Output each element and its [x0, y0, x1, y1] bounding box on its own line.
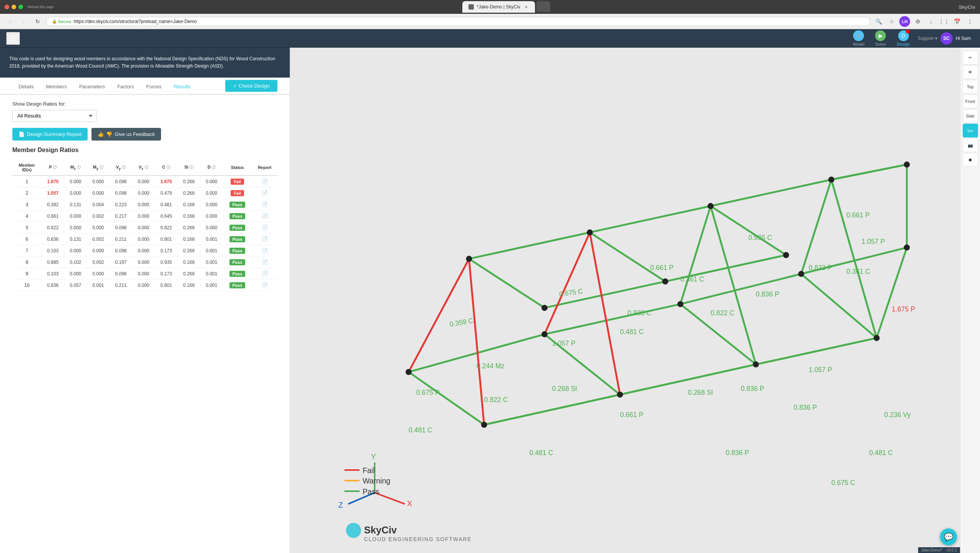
new-tab-btn[interactable] — [537, 1, 550, 12]
svg-text:CLOUD ENGINEERING SOFTWARE: CLOUD ENGINEERING SOFTWARE — [364, 536, 472, 542]
cell-my: 0.000 — [87, 176, 110, 187]
nav-design[interactable]: D Design — [892, 29, 914, 48]
report-doc-icon[interactable]: 📄 — [262, 179, 268, 184]
svg-text:0.361 C: 0.361 C — [680, 275, 704, 283]
svg-text:Y: Y — [371, 452, 376, 461]
cell-vz: 0.000 — [132, 280, 155, 291]
tab-factors[interactable]: Factors — [111, 79, 140, 95]
tab-forces[interactable]: Forces — [140, 79, 168, 95]
front-view-btn[interactable]: Front — [963, 94, 978, 108]
report-doc-icon[interactable]: 📄 — [262, 202, 268, 207]
cell-report[interactable]: 📄 — [252, 176, 277, 187]
cell-c: 1.675 — [155, 176, 178, 187]
eye-icon: 👁 — [968, 70, 972, 75]
active-tab[interactable]: *Jake-Demo | SkyCiv ✕ — [462, 1, 535, 13]
section-title: Member Design Ratios — [12, 147, 277, 154]
bookmark-btn[interactable]: ☆ — [886, 16, 897, 27]
cell-report[interactable]: 📄 — [252, 280, 277, 291]
cell-p: 0.885 — [42, 257, 64, 268]
address-bar[interactable]: 🔒 Secure https://dev.skyciv.com/structur… — [46, 17, 870, 26]
cell-vy: 0.217 — [110, 210, 132, 222]
cell-vz: 0.000 — [132, 187, 155, 199]
report-btn-label: Design Summary Report — [27, 131, 81, 137]
cell-sl: 0.168 — [178, 280, 200, 291]
report-doc-icon[interactable]: 📄 — [262, 271, 268, 276]
cell-report[interactable]: 📄 — [252, 257, 277, 268]
viewport-panel: 0.359 C 0.675 C 0.661 P 0.935 C 0.661 P … — [290, 48, 980, 553]
back-btn[interactable]: ‹ — [5, 16, 15, 27]
nav-solve[interactable]: ▶ Solve — [870, 29, 890, 48]
cell-p: 0.836 — [42, 280, 64, 291]
screenshot-btn[interactable]: 📷 — [963, 138, 978, 152]
cell-my: 0.000 — [87, 187, 110, 199]
ratios-dropdown[interactable]: All Results Failing Passing Warning — [12, 110, 97, 122]
support-btn[interactable]: Support ▾ — [915, 34, 940, 43]
feedback-btn[interactable]: 👍 👎 Give us Feedback — [91, 128, 161, 141]
cell-report[interactable]: 📄 — [252, 268, 277, 280]
cell-report[interactable]: 📄 — [252, 187, 277, 199]
cell-report[interactable]: 📄 — [252, 233, 277, 245]
svg-point-41 — [798, 271, 804, 277]
cell-report[interactable]: 📄 — [252, 245, 277, 257]
tab-parameters[interactable]: Parameters — [73, 79, 111, 95]
apps-btn[interactable]: ⋮⋮ — [938, 16, 949, 27]
hamburger-btn[interactable]: ☰ — [6, 32, 20, 45]
iso-view-label: Iso — [967, 128, 973, 133]
report-doc-icon[interactable]: 📄 — [262, 190, 268, 196]
report-doc-icon[interactable]: 📄 — [262, 248, 268, 253]
tab-results[interactable]: Results — [168, 79, 196, 95]
cell-vy: 0.098 — [110, 268, 132, 280]
show-ratios-label: Show Design Ratios for: — [12, 101, 277, 107]
report-doc-icon[interactable]: 📄 — [262, 282, 268, 288]
cell-c: 0.645 — [155, 210, 178, 222]
profile-btn[interactable]: LH — [899, 16, 910, 27]
cell-report[interactable]: 📄 — [252, 222, 277, 233]
eye-btn[interactable]: 👁 — [963, 65, 978, 79]
cell-report[interactable]: 📄 — [252, 199, 277, 210]
col-vy: Vy ⓘ — [110, 160, 132, 176]
user-avatar[interactable]: SC — [940, 32, 953, 45]
svg-text:0.822 C: 0.822 C — [484, 396, 508, 404]
nav-model[interactable]: ⊞ Model — [848, 29, 869, 48]
reload-btn[interactable]: ↻ — [32, 16, 43, 27]
check-design-btn[interactable]: ✓ Check Design — [225, 80, 277, 92]
iso-view-btn[interactable]: Iso — [963, 124, 978, 137]
design-table: MemberID(s) P ⓘ Mz ⓘ My ⓘ Vy ⓘ Vz ⓘ C ⓘ … — [12, 160, 277, 291]
svg-text:1.057 P: 1.057 P — [809, 366, 832, 374]
svg-text:0.836 P: 0.836 P — [756, 290, 779, 298]
traffic-lights — [5, 5, 23, 9]
maximize-window-btn[interactable] — [18, 5, 23, 9]
report-doc-icon[interactable]: 📄 — [262, 236, 268, 242]
tab-members[interactable]: Members — [40, 79, 73, 95]
col-d: D ⓘ — [200, 160, 223, 176]
report-doc-icon[interactable]: 📄 — [262, 259, 268, 265]
tab-close-btn[interactable]: ✕ — [523, 4, 529, 10]
cell-vz: 0.000 — [132, 257, 155, 268]
side-view-btn[interactable]: Side — [963, 109, 978, 123]
download-btn[interactable]: ↓ — [925, 16, 936, 27]
chat-widget[interactable]: 💬 — [940, 528, 957, 545]
edit-btn[interactable]: ✏ — [963, 51, 978, 65]
minimize-window-btn[interactable] — [12, 5, 16, 9]
search-btn[interactable]: 🔍 — [873, 16, 884, 27]
more-btn[interactable]: ⋮ — [965, 16, 975, 27]
svg-point-50 — [828, 177, 834, 183]
design-summary-report-btn[interactable]: 📄 Design Summary Report — [12, 128, 88, 141]
cell-status: Pass — [223, 268, 252, 280]
browser-toolbar: ‹ › ↻ 🔒 Secure https://dev.skyciv.com/st… — [0, 14, 980, 29]
cell-status: Fail — [223, 176, 252, 187]
cell-vy: 0.211 — [110, 280, 132, 291]
left-panel: This code is used for designing wood mem… — [0, 48, 290, 553]
close-window-btn[interactable] — [5, 5, 9, 9]
calendar-btn[interactable]: 📅 — [952, 16, 962, 27]
record-btn[interactable]: ⏺ — [963, 153, 978, 167]
forward-btn[interactable]: › — [18, 16, 29, 27]
extensions-btn[interactable]: ⚙ — [912, 16, 923, 27]
cell-report[interactable]: 📄 — [252, 210, 277, 222]
panel-body[interactable]: Show Design Ratios for: All Results Fail… — [0, 95, 290, 553]
tab-details[interactable]: Details — [12, 79, 40, 95]
svg-point-48 — [708, 203, 714, 209]
report-doc-icon[interactable]: 📄 — [262, 213, 268, 219]
top-view-btn[interactable]: Top — [963, 80, 978, 94]
report-doc-icon[interactable]: 📄 — [262, 225, 268, 230]
